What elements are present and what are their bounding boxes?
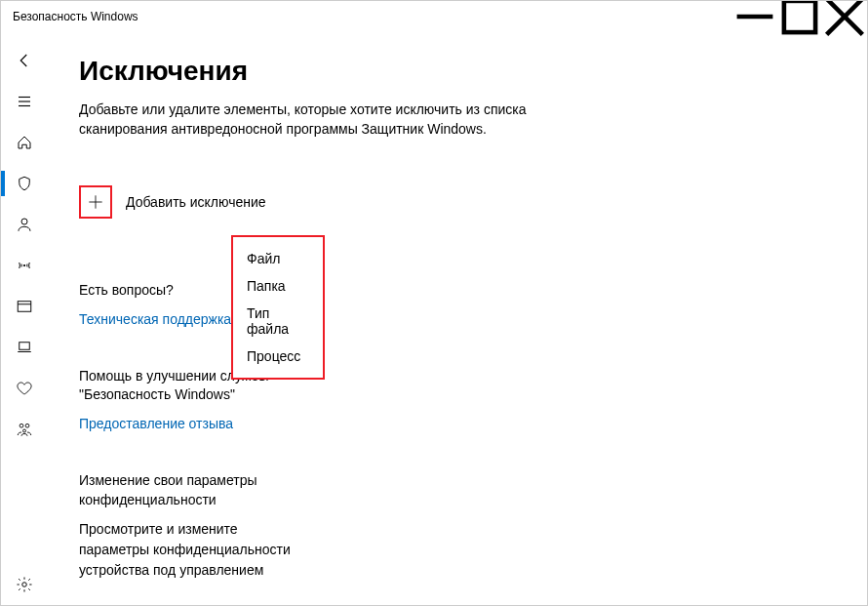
plus-icon (86, 192, 105, 212)
nav-virus-protection[interactable] (1, 163, 48, 204)
nav-settings[interactable] (1, 564, 48, 605)
family-icon (16, 421, 33, 438)
nav-device-health[interactable] (1, 368, 48, 409)
hamburger-button[interactable] (1, 81, 48, 122)
svg-point-13 (20, 424, 23, 427)
nav-device-security[interactable] (1, 327, 48, 368)
nav-account-protection[interactable] (1, 204, 48, 245)
svg-rect-9 (18, 302, 31, 312)
laptop-icon (16, 339, 33, 356)
menu-icon (16, 93, 33, 110)
privacy-heading: Изменение свои параметры конфиденциально… (79, 471, 333, 509)
privacy-text: Просмотрите и измените параметры конфиде… (79, 519, 303, 581)
svg-point-14 (25, 424, 29, 427)
dropdown-option-filetype[interactable]: Тип файла (247, 300, 309, 343)
dropdown-option-process[interactable]: Процесс (247, 343, 309, 370)
add-exclusion-button[interactable] (79, 185, 112, 219)
shield-icon (16, 175, 33, 192)
person-icon (16, 216, 33, 233)
svg-point-8 (23, 264, 25, 266)
svg-point-16 (22, 583, 27, 587)
nav-family[interactable] (1, 409, 48, 450)
signal-icon (16, 257, 33, 274)
window-icon (16, 298, 33, 315)
support-link[interactable]: Техническая поддержка (79, 311, 231, 327)
page-heading: Исключения (79, 56, 836, 87)
svg-point-15 (23, 429, 26, 432)
gear-icon (16, 576, 33, 593)
app-body: Исключения Добавьте или удалите элементы… (1, 32, 867, 605)
nav-app-browser[interactable] (1, 286, 48, 327)
nav-firewall[interactable] (1, 245, 48, 286)
svg-rect-1 (784, 1, 815, 32)
back-button[interactable] (1, 40, 48, 81)
maximize-button[interactable] (777, 1, 822, 32)
window-controls (732, 1, 867, 32)
dropdown-option-file[interactable]: Файл (247, 245, 309, 272)
add-exclusion-row: Добавить исключение (79, 185, 836, 219)
page-description: Добавьте или удалите элементы, которые х… (79, 101, 567, 139)
privacy-section: Изменение свои параметры конфиденциально… (79, 471, 333, 581)
arrow-left-icon (16, 52, 33, 69)
minimize-button[interactable] (732, 1, 777, 32)
nav-rail (1, 32, 48, 605)
close-button[interactable] (822, 1, 867, 32)
heart-icon (16, 380, 33, 397)
home-icon (16, 134, 33, 151)
nav-home[interactable] (1, 122, 48, 163)
app-title: Безопасность Windows (13, 10, 138, 23)
dropdown-option-folder[interactable]: Папка (247, 272, 309, 300)
svg-rect-11 (20, 343, 30, 350)
feedback-link[interactable]: Предоставление отзыва (79, 416, 233, 431)
svg-point-7 (21, 219, 27, 224)
add-exclusion-label: Добавить исключение (126, 194, 266, 210)
titlebar: Безопасность Windows (1, 1, 867, 32)
content-area: Исключения Добавьте или удалите элементы… (48, 32, 867, 605)
add-exclusion-dropdown: Файл Папка Тип файла Процесс (231, 235, 325, 380)
